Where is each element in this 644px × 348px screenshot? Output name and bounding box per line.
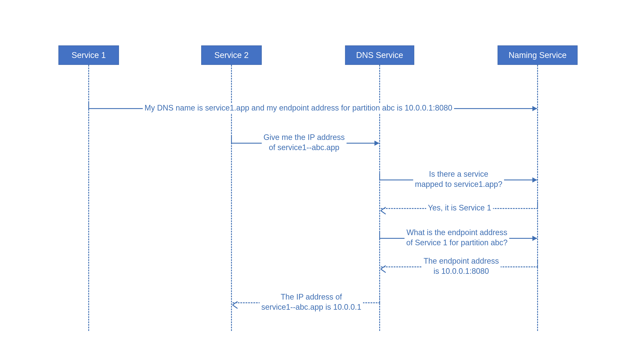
msg-mapping-reply-label: Yes, it is Service 1 bbox=[426, 203, 493, 213]
msg-lookup-endpoint-label: What is the endpoint address of Service … bbox=[404, 228, 509, 248]
participant-dns-service: DNS Service bbox=[345, 46, 414, 65]
participant-service-2: Service 2 bbox=[201, 46, 262, 65]
msg-ip-reply-label: The IP address of service1--abc.app is 1… bbox=[260, 292, 363, 312]
sequence-diagram: Service 1 Service 2 DNS Service Naming S… bbox=[0, 0, 644, 348]
msg-register-dns-label: My DNS name is service1.app and my endpo… bbox=[143, 103, 454, 113]
participant-naming-service: Naming Service bbox=[498, 46, 578, 65]
participant-service-1: Service 1 bbox=[58, 46, 119, 65]
msg-endpoint-reply-label: The endpoint address is 10.0.0.1:8080 bbox=[422, 256, 500, 276]
lifeline-naming-service bbox=[537, 65, 538, 331]
msg-query-dns-label: Give me the IP address of service1--abc.… bbox=[262, 132, 346, 153]
msg-lookup-mapping-label: Is there a service mapped to service1.ap… bbox=[413, 169, 504, 190]
